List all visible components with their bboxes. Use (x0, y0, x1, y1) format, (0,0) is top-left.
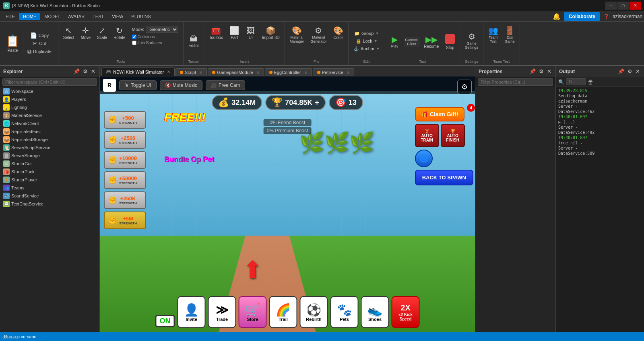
explorer-item-lighting[interactable]: 💡 Lighting (0, 103, 99, 111)
menu-model[interactable]: MODEL (40, 13, 64, 20)
anchor-button[interactable]: ⚓ Anchor ▼ (351, 45, 382, 52)
tab-script[interactable]: Script ✕ (175, 68, 207, 76)
strength-btn-2500[interactable]: ✊ +2500 STRENGTH (104, 131, 146, 149)
scale-button[interactable]: ⤢ Scale (95, 25, 109, 41)
part-button[interactable]: ⬜ Part (227, 25, 242, 41)
invite-button[interactable]: 👤 Invite (178, 296, 206, 328)
toolbox-button[interactable]: 🧰 Toolbox (206, 25, 225, 41)
output-filter-input[interactable] (566, 78, 586, 85)
menu-home[interactable]: HOME (19, 13, 40, 20)
tab-close-2[interactable]: ✕ (256, 70, 260, 75)
join-surfaces-checkbox[interactable] (132, 41, 136, 45)
collisions-checkbox[interactable] (132, 35, 136, 39)
tab-eggcontroller[interactable]: EggController ✕ (265, 68, 312, 76)
explorer-close-button[interactable]: ✕ (90, 68, 96, 75)
collaborate-button[interactable]: Collaborate (564, 12, 600, 21)
tab-petservice[interactable]: PetService ✕ (313, 68, 354, 76)
strength-btn-500[interactable]: ✊ +500 STRENGTH (104, 111, 146, 129)
team-test-button[interactable]: 👥 TeamTest (486, 25, 501, 45)
mode-select[interactable]: Geometric (146, 26, 178, 33)
exit-game-button[interactable]: 🚪 ExitGame (502, 25, 517, 45)
explorer-item-soundservice[interactable]: 🔊 SoundService (0, 192, 99, 200)
explorer-item-starterpack[interactable]: 🎒 StarterPack (0, 168, 99, 176)
notification-icon[interactable]: 🔔 (553, 12, 561, 20)
maximize-button[interactable]: □ (617, 2, 629, 10)
explorer-item-startergui[interactable]: 🖥 StarterGui (0, 160, 99, 168)
back-to-spawn-button[interactable]: BACK TO SPAWN (415, 170, 473, 185)
properties-filter-input[interactable] (478, 78, 553, 86)
output-settings-button[interactable]: ⚙ (627, 68, 633, 75)
properties-pin-button[interactable]: 📌 (528, 68, 537, 75)
import3d-button[interactable]: 📦 Import 3D (260, 25, 282, 41)
move-button[interactable]: ✛ Move (78, 25, 93, 41)
help-icon[interactable]: ❓ (603, 14, 609, 19)
menu-avatar[interactable]: AVATAR (64, 13, 89, 20)
menu-file[interactable]: FILE (2, 13, 19, 20)
explorer-item-workspace[interactable]: W Workspace (0, 87, 99, 95)
cut-button[interactable]: ✂ Cut (25, 40, 54, 47)
auto-train-button[interactable]: 🏋 AUTO TRAIN (415, 124, 439, 147)
game-settings-button[interactable]: ⚙ GameSettings (462, 23, 481, 59)
color-button[interactable]: 🎨 Color (331, 25, 346, 41)
rebirth-button[interactable]: ⚽ Rebirth (300, 296, 328, 328)
shoes-button[interactable]: 👟 Shoes (361, 296, 389, 328)
copy-button[interactable]: 📄 Copy (25, 32, 54, 39)
auto-finish-button[interactable]: 🏆 AUTO FINISH (441, 124, 465, 147)
resume-button[interactable]: ▶▶ Resume (421, 34, 441, 50)
explorer-item-networkclient[interactable]: 🌐 NetworkClient (0, 119, 99, 127)
explorer-item-replicatedstorage[interactable]: 📦 ReplicatedStorage (0, 136, 99, 144)
view-settings-button[interactable]: ⚙ (457, 80, 472, 94)
trade-button[interactable]: ≫ Trade (208, 296, 236, 328)
tab-kick-wall-simulator[interactable]: 🎮 NEW] Kick Wall Simulator ✕ (101, 68, 175, 76)
tab-close-3[interactable]: ✕ (304, 70, 308, 75)
tab-close-0[interactable]: ✕ (167, 70, 170, 74)
properties-settings-button[interactable]: ⚙ (538, 68, 545, 75)
paste-button[interactable]: 📋 Paste (2, 33, 23, 54)
output-clear-button[interactable]: 🗑 (588, 79, 593, 85)
explorer-item-starterplayer[interactable]: 🧍 StarterPlayer (0, 176, 99, 184)
ui-button[interactable]: 🖼 UI (244, 25, 258, 41)
output-close-button[interactable]: ✕ (635, 68, 641, 75)
select-button[interactable]: ↖ Select (61, 25, 77, 41)
tab-close-1[interactable]: ✕ (199, 70, 202, 75)
explorer-pin-button[interactable]: 📌 (72, 68, 80, 75)
strength-btn-5m[interactable]: ✊ +5M STRENGTH (104, 212, 146, 229)
explorer-item-replicatedfirst[interactable]: 📦 ReplicatedFirst (0, 127, 99, 136)
strength-btn-50000[interactable]: ✊ +50000 STRENGTH (104, 171, 146, 189)
store-button[interactable]: 🛒 Store (239, 296, 267, 328)
mute-music-button[interactable]: 🔇 Mute Music (160, 80, 202, 90)
menu-plugins[interactable]: PLUGINS (127, 13, 155, 20)
rotate-button[interactable]: ↻ Rotate (111, 25, 128, 41)
explorer-item-serverscriptservice[interactable]: 📜 ServerScriptService (0, 144, 99, 152)
lock-button[interactable]: 🔒 Lock ▼ (351, 38, 382, 45)
strength-btn-10000[interactable]: ✊ +10000 STRENGTH (104, 151, 146, 169)
explorer-item-teams[interactable]: 👥 Teams (0, 184, 99, 192)
menu-test[interactable]: TEST (89, 13, 108, 20)
spin-button[interactable]: 🌀 (415, 150, 433, 167)
free-cam-button[interactable]: 🎥 Free Cam (206, 80, 245, 90)
explorer-item-textchatservice[interactable]: 💬 TextChatService (0, 200, 99, 208)
explorer-item-serverstorage[interactable]: 🗄 ServerStorage (0, 152, 99, 160)
claim-gift-button[interactable]: 🎁 Claim Gift! (415, 107, 465, 121)
minimize-button[interactable]: ─ (605, 2, 617, 10)
explorer-item-players[interactable]: 👤 Players (0, 95, 99, 103)
material-generator-button[interactable]: ⚙ MaterialGenerator (308, 25, 329, 45)
strength-btn-250k[interactable]: ✊ +250K STRENGTH (104, 191, 146, 209)
play-button[interactable]: ▶ Play (388, 34, 402, 50)
properties-close-button[interactable]: ✕ (546, 68, 552, 75)
tab-gamepassmodule[interactable]: GamepassModule ✕ (208, 68, 264, 76)
stop-button[interactable]: Stop (443, 33, 457, 51)
close-button[interactable]: ✕ (630, 2, 641, 10)
toggle-ui-button[interactable]: 🖱 Toggle UI (119, 80, 157, 90)
material-manager-button[interactable]: 🎨 MaterialManager (287, 25, 307, 45)
group-button[interactable]: 📁 Group ▼ (351, 30, 382, 37)
tab-close-4[interactable]: ✕ (347, 70, 350, 75)
kick-speed-button[interactable]: 2X x2 Kick Speed (392, 296, 420, 328)
explorer-item-materialservice[interactable]: 🎨 MaterialService (0, 111, 99, 119)
explorer-settings-button[interactable]: ⚙ (82, 68, 89, 75)
output-pin-button[interactable]: 📌 (617, 68, 625, 75)
explorer-filter-input[interactable] (2, 78, 97, 86)
duplicate-button[interactable]: ⧉ Duplicate (25, 48, 54, 55)
trail-button[interactable]: 🌈 Trail (269, 296, 297, 328)
menu-view[interactable]: VIEW (108, 13, 127, 20)
